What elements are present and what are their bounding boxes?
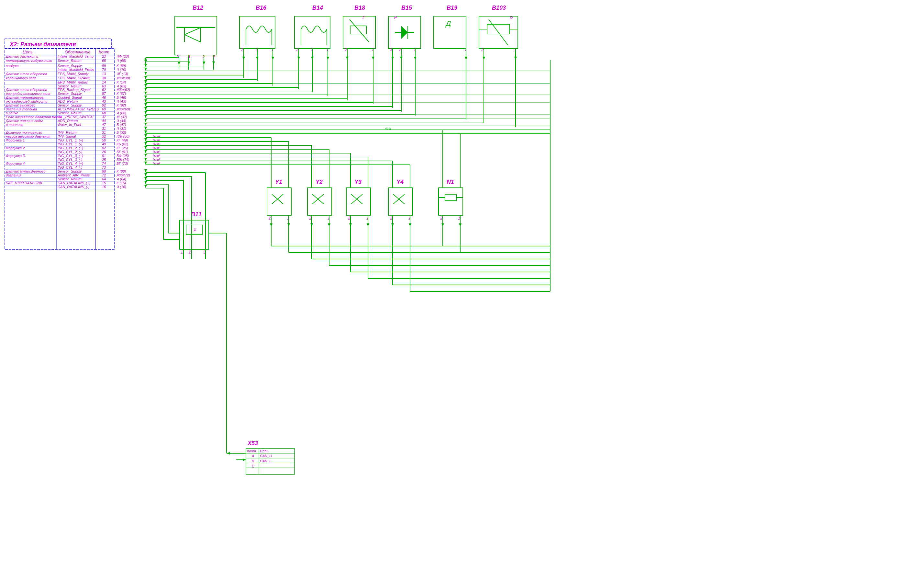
svg-text:Конт: Конт: [99, 50, 110, 54]
svg-text:25: 25: [102, 158, 106, 162]
B18-label: B18: [354, 5, 365, 11]
B16-label: B16: [256, 5, 267, 11]
svg-text:CAN_DATALINK_(+): CAN_DATALINK_(+): [58, 181, 91, 185]
svg-text:2: 2: [344, 47, 347, 52]
svg-text:EPS_MAIN_CRANK: EPS_MAIN_CRANK: [58, 76, 90, 80]
svg-text:Д: Д: [445, 20, 451, 27]
svg-text:1: 1: [372, 47, 374, 52]
svg-text:Ч  (16): Ч (16): [117, 185, 126, 189]
svg-text:Форсунка 3: Форсунка 3: [6, 154, 25, 158]
svg-text:К  (92): К (92): [117, 103, 126, 107]
svg-text:ADD_Return: ADD_Return: [57, 119, 78, 123]
svg-text:Sensor_Supply: Sensor_Supply: [58, 169, 82, 173]
svg-text:CAN_L: CAN_L: [260, 459, 271, 463]
svg-text:Sensor_Return: Sensor_Return: [58, 177, 81, 181]
svg-text:OIL_PRESS_SWITCH: OIL_PRESS_SWITCH: [58, 115, 93, 119]
svg-text:ЖКч(62): ЖКч(62): [116, 88, 130, 92]
svg-text:Ч  (31): Ч (31): [117, 126, 126, 131]
svg-text:72: 72: [102, 173, 106, 177]
svg-text:3: 3: [176, 54, 179, 59]
svg-text:коленчатого вала: коленчатого вала: [6, 76, 37, 80]
svg-text:73: 73: [102, 165, 106, 169]
svg-text:1: 1: [414, 47, 416, 52]
svg-text:50: 50: [102, 138, 106, 142]
svg-text:43: 43: [102, 99, 106, 103]
N1-label: N1: [447, 179, 454, 185]
svg-text:Форсунка 1: Форсунка 1: [6, 138, 25, 142]
svg-text:1: 1: [327, 216, 330, 221]
svg-text:Датчик наличия воды: Датчик наличия воды: [5, 119, 43, 123]
svg-text:1: 1: [181, 250, 183, 254]
svg-text:1: 1: [514, 47, 516, 52]
B19-label: B19: [447, 5, 457, 11]
svg-text:92: 92: [102, 103, 106, 107]
svg-text:К  (89): К (89): [117, 64, 126, 68]
svg-text:88: 88: [102, 169, 106, 173]
svg-text:Ч  (70): Ч (70): [117, 68, 126, 72]
svg-text:КГ (49): КГ (49): [117, 138, 128, 142]
svg-text:Цепь: Цепь: [22, 50, 33, 54]
svg-text:2: 2: [390, 216, 393, 221]
svg-text:Цепь: Цепь: [260, 449, 268, 453]
svg-text:P: P: [394, 15, 397, 20]
svg-text:P: P: [194, 228, 196, 232]
svg-text:1: 1: [408, 216, 411, 221]
svg-text:Датчик высокого: Датчик высокого: [5, 103, 35, 107]
svg-text:16: 16: [102, 185, 106, 189]
svg-text:ЧФ (23): ЧФ (23): [117, 54, 129, 58]
svg-text:A: A: [252, 454, 254, 458]
X53-label: X53: [247, 440, 258, 447]
svg-text:БФ (25): БФ (25): [117, 154, 129, 158]
svg-text:62: 62: [102, 88, 106, 92]
svg-text:SAE J1939 DATA LINK: SAE J1939 DATA LINK: [6, 181, 43, 185]
svg-text:Форсунка 2: Форсунка 2: [6, 146, 25, 150]
svg-text:в топливе: в топливе: [6, 123, 23, 126]
svg-text:ING_CYL_1_(+): ING_CYL_1_(+): [58, 138, 84, 142]
svg-text:Конт.: Конт.: [247, 449, 257, 453]
B12-label: B12: [193, 5, 203, 11]
svg-text:2: 2: [309, 216, 312, 221]
B14-label: B14: [312, 5, 323, 11]
svg-text:74: 74: [102, 162, 106, 165]
svg-text:3: 3: [390, 47, 393, 52]
svg-text:49: 49: [102, 142, 106, 146]
svg-text:охлаждающей жидкости: охлаждающей жидкости: [6, 99, 47, 103]
svg-text:C: C: [252, 464, 254, 468]
svg-text:87: 87: [102, 92, 106, 96]
svg-text:Ч  (65): Ч (65): [117, 59, 126, 63]
svg-text:ING_CYL_4_(+): ING_CYL_4_(+): [58, 162, 84, 165]
svg-text:давления топлива: давления топлива: [6, 107, 37, 111]
svg-text:ACCUMULATOR_PRESS: ACCUMULATOR_PRESS: [57, 107, 99, 111]
svg-text:Ambient_AIR_Press: Ambient_AIR_Press: [57, 173, 90, 177]
svg-text:БГ (01): БГ (01): [117, 150, 128, 154]
svg-text:Датчик атмосферного: Датчик атмосферного: [5, 169, 46, 173]
svg-text:Б  (32): Б (32): [117, 131, 126, 134]
svg-text:Sensor_Supply: Sensor_Supply: [58, 64, 82, 68]
svg-text:ING_CYL_3_(+): ING_CYL_3_(+): [58, 154, 84, 158]
svg-text:31: 31: [102, 131, 106, 134]
svg-text:воздуха: воздуха: [6, 64, 18, 68]
svg-text:Sensor_Supply: Sensor_Supply: [58, 92, 82, 96]
svg-text:2: 2: [481, 47, 484, 52]
svg-text:Water_In_Fuel: Water_In_Fuel: [58, 123, 81, 126]
svg-text:2: 2: [241, 47, 244, 52]
svg-text:47: 47: [102, 123, 106, 126]
svg-text:01: 01: [102, 154, 106, 158]
svg-text:ING_CYL_2_(-): ING_CYL_2_(-): [58, 150, 82, 154]
svg-text:ING_CYL_3_(-): ING_CYL_3_(-): [58, 158, 82, 162]
main-diagram: X2: Разъем двигателя Цепь Обозначение Ко…: [0, 0, 924, 564]
svg-text:Ч  (68): Ч (68): [117, 111, 126, 115]
svg-text:Датчик давления и: Датчик давления и: [5, 54, 38, 58]
svg-text:распределительного вала: распределительного вала: [6, 92, 50, 96]
svg-text:ING_CYL_4_(-): ING_CYL_4_(-): [58, 165, 82, 169]
svg-text:Б  (46): Б (46): [117, 96, 126, 99]
svg-text:Реле аварийного давления масла: Реле аварийного давления масла: [6, 115, 62, 119]
svg-text:23: 23: [102, 54, 106, 58]
svg-text:37: 37: [102, 115, 106, 119]
svg-text:CAN_DATALINK_(-): CAN_DATALINK_(-): [58, 185, 90, 189]
svg-text:Форсунка 4: Форсунка 4: [6, 162, 25, 165]
svg-text:2: 2: [268, 216, 271, 221]
svg-text:R: R: [510, 15, 513, 20]
svg-text:БЖ (74): БЖ (74): [117, 158, 129, 162]
svg-text:ЖКч(72): ЖКч(72): [116, 173, 130, 177]
